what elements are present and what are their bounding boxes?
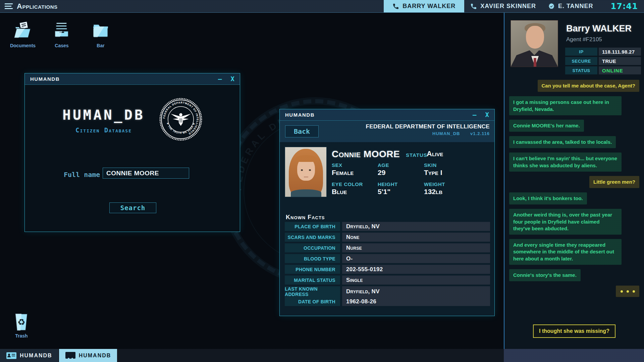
desktop-icon[interactable]: Cases [46,20,77,48]
agent-name: Barry WALKER [566,23,632,34]
fact-value: Nurse [342,243,490,252]
taskbar-item-icon [65,352,76,360]
org-block: FEDERAL DEPARTMENT OF INTELLIGENCE HUMAN… [366,123,490,136]
desktop-icons: Documents Cases Bar [7,20,116,48]
taskbar-items: HUMANDB HUMANDB [0,349,118,362]
known-facts-title: Known Facts [286,214,325,221]
desktop-icon[interactable]: Documents [7,20,38,48]
chat-message: And every single time they reappeared so… [509,239,622,265]
app-name: HUMAN_DB [432,131,460,136]
taskbar: HUMANDB HUMANDB [0,349,644,362]
applications-menu-icon[interactable] [5,0,13,12]
desktop-icon-label: Cases [55,43,68,48]
app-title: HUMAN_DB [53,107,154,123]
clock: 17:41 [611,2,638,11]
agent-photo [511,20,558,67]
chat-message: Little green men? [589,176,639,188]
fact-label: LAST KNOWN ADDRESS [285,286,340,297]
citizen-photo [285,147,327,197]
desktop-icon-glyph [91,20,110,41]
search-button[interactable]: Search [109,202,156,213]
attribute: EYE COLOR Blue [332,181,378,196]
desktop-icon-label: Bar [97,43,104,48]
attribute-label: SKIN [424,162,490,168]
fact-value: Dryfield, NV [342,222,490,231]
back-button[interactable]: Back [285,125,319,137]
trash-icon[interactable]: ♻ Trash [9,312,34,339]
window-title: HUMANDB [285,112,315,118]
contact-tab[interactable]: BARRY WALKER [384,0,464,12]
fact-value: None [342,233,490,242]
close-button[interactable]: X [231,76,234,82]
chat-message: I got a missing persons case out here in… [509,96,622,115]
applications-label[interactable]: Applications [17,2,58,11]
contact-icon [548,3,555,10]
fact-value: Single [342,276,490,285]
attribute: HEIGHT 5'1" [378,181,424,196]
reply-option-button[interactable]: I thought she was missing? [533,324,615,338]
attribute-label: AGE [378,162,424,168]
info-value: 118.111.98.27 [599,48,641,56]
chat-message: Connie MOORE's her name. [509,120,584,132]
fact-row: LAST KNOWN ADDRESS Dryfield, NV [285,286,490,295]
org-name: FEDERAL DEPARTMENT OF INTELLIGENCE [366,123,490,130]
fact-value: Dryfield, NV [342,286,490,297]
contact-tab[interactable]: XAVIER SKINNER [464,0,542,12]
minimize-button[interactable]: – [218,76,222,82]
desktop-icon-label: Documents [10,43,36,48]
agent-id: Agent #F2105 [566,36,602,43]
fact-label: DATE OF BIRTH [285,297,340,306]
attribute: SEX Female [332,162,378,177]
trash-label: Trash [15,333,28,339]
desktop-icon[interactable]: Bar [85,20,116,48]
fact-label: PHONE NUMBER [285,265,340,274]
fdi-seal: FEDERAL DEPARTMENT OF INTELLIGENCE ★ THE… [159,98,203,141]
fact-row: PLACE OF BIRTH Dryfield, NV [285,222,490,231]
desktop-icon-glyph [52,20,71,41]
contact-icon [470,3,477,10]
info-label: STATUS [565,66,597,74]
contact-name: BARRY WALKER [402,3,455,10]
chat-message: I canvassed the area, talked to the loca… [509,136,616,148]
full-name-input[interactable] [103,168,189,179]
attribute-label: EYE COLOR [332,181,378,187]
taskbar-item[interactable]: HUMANDB [59,349,117,362]
attribute-value: Blue [332,188,378,196]
humandb-search-window: HUMANDB – X HUMAN_DB Citizen Database FE… [24,73,240,232]
desktop-icon-glyph [13,20,33,41]
app-subtitle: Citizen Database [53,126,154,134]
fact-label: OCCUPATION [285,243,340,252]
status-label: STATUS [406,152,427,158]
window-titlebar[interactable]: HUMANDB – X [25,73,240,85]
fact-label: PLACE OF BIRTH [285,222,340,231]
close-button[interactable]: X [485,112,489,118]
window-title: HUMANDB [30,76,60,82]
full-name-label: Full name [64,171,100,179]
fact-row: SCARS AND MARKS None [285,233,490,242]
taskbar-item[interactable]: HUMANDB [0,349,58,362]
fact-row: MARITAL STATUS Single [285,276,490,285]
attribute-label: HEIGHT [378,181,424,187]
fact-row: PHONE NUMBER 202-555-0192 [285,265,490,274]
humandb-record-window: HUMANDB – X Back FEDERAL DEPARTMENT OF I… [279,109,495,316]
info-row: SECURE TRUE [565,57,641,65]
chat-message: I can't believe I'm sayin' this... but e… [509,153,622,172]
info-label: SECURE [565,57,597,65]
window-titlebar[interactable]: HUMANDB – X [280,109,494,121]
attribute-value: Female [332,169,378,177]
attribute-label: WEIGHT [424,181,490,187]
top-menu-bar: Applications BARRY WALKER XAVIER SKINNER… [0,0,644,13]
minimize-button[interactable]: – [473,112,476,118]
attribute: AGE 29 [378,162,424,177]
taskbar-item-label: HUMANDB [20,353,52,359]
contact-tab[interactable]: E. TANNER [542,0,599,12]
info-value: TRUE [599,57,641,65]
attribute: WEIGHT 132lb [424,181,490,196]
desktop-screen: FEDERAL DEPARTMENT OF INTELLIGENCE ★ ★ ★… [0,0,644,362]
info-value: ONLINE [599,66,641,74]
fact-label: MARITAL STATUS [285,276,340,285]
agent-info-table: IP 118.111.98.27 SECURE TRUE STATUS ONLI… [565,48,641,76]
chat-message: Look, I think it's bonkers too. [509,192,587,204]
attribute-value: 29 [378,169,424,177]
info-row: STATUS ONLINE [565,66,641,74]
